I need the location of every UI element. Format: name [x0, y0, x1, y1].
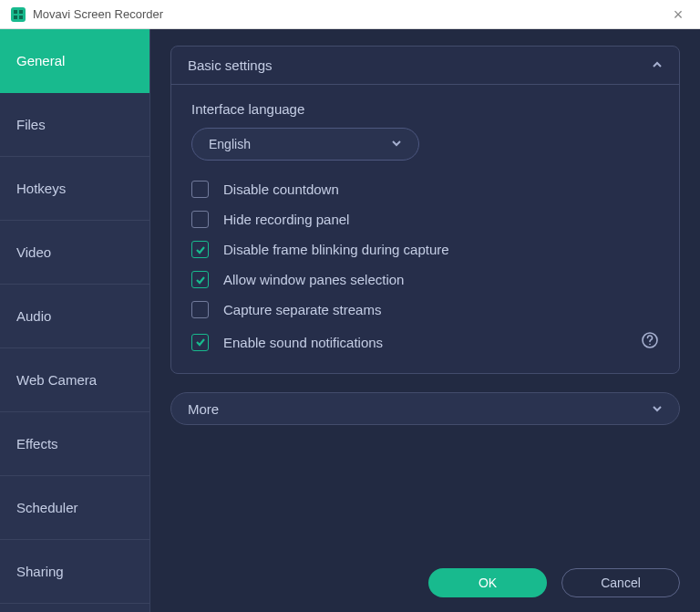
sidebar-item-label: Web Camera — [16, 372, 97, 388]
sidebar-item-label: Audio — [16, 308, 51, 324]
main-panel: Basic settings Interface language Englis… — [150, 29, 700, 612]
option-row[interactable]: Enable sound notifications — [191, 331, 659, 353]
svg-rect-2 — [14, 16, 17, 19]
svg-rect-3 — [19, 16, 23, 19]
chevron-down-icon — [652, 401, 663, 417]
close-icon[interactable]: × — [667, 6, 689, 23]
checkbox-label: Capture separate streams — [223, 302, 659, 317]
checkbox[interactable] — [191, 181, 209, 198]
option-row[interactable]: Disable frame blinking during capture — [191, 241, 659, 258]
cancel-button[interactable]: Cancel — [561, 568, 680, 597]
panel-body: Interface language English Disable count… — [171, 85, 679, 373]
checkbox[interactable] — [191, 241, 209, 258]
language-select[interactable]: English — [191, 128, 419, 161]
checkbox[interactable] — [191, 301, 209, 318]
sidebar-item-sharing[interactable]: Sharing — [0, 540, 149, 604]
sidebar-item-label: General — [16, 53, 65, 68]
sidebar-item-label: Effects — [16, 436, 58, 451]
sidebar-item-files[interactable]: Files — [0, 93, 149, 157]
sidebar-item-video[interactable]: Video — [0, 221, 149, 285]
sidebar-item-label: Hotkeys — [16, 181, 66, 196]
sidebar-item-label: Video — [16, 244, 51, 260]
sidebar-item-general[interactable]: General — [0, 29, 149, 93]
app-body: GeneralFilesHotkeysVideoAudioWeb CameraE… — [0, 29, 700, 612]
more-label: More — [188, 401, 219, 417]
basic-settings-panel: Basic settings Interface language Englis… — [170, 46, 680, 374]
language-value: English — [209, 137, 251, 151]
sidebar-item-label: Files — [16, 117, 46, 132]
sidebar-item-effects[interactable]: Effects — [0, 412, 149, 476]
sidebar-item-audio[interactable]: Audio — [0, 285, 149, 348]
more-section[interactable]: More — [170, 392, 680, 425]
checkbox-label: Allow window panes selection — [223, 272, 659, 287]
help-icon[interactable] — [641, 331, 659, 353]
option-row[interactable]: Hide recording panel — [191, 211, 659, 228]
sidebar: GeneralFilesHotkeysVideoAudioWeb CameraE… — [0, 29, 150, 612]
option-row[interactable]: Allow window panes selection — [191, 271, 659, 288]
ok-button[interactable]: OK — [428, 568, 547, 597]
checkbox[interactable] — [191, 334, 209, 351]
basic-settings-header[interactable]: Basic settings — [171, 47, 679, 85]
footer: OK Cancel — [170, 554, 680, 597]
option-row[interactable]: Capture separate streams — [191, 301, 659, 318]
app-icon — [11, 7, 26, 22]
checkbox-label: Hide recording panel — [223, 212, 659, 227]
option-row[interactable]: Disable countdown — [191, 181, 659, 198]
sidebar-item-web-camera[interactable]: Web Camera — [0, 348, 149, 412]
sidebar-item-scheduler[interactable]: Scheduler — [0, 476, 149, 540]
checkbox-label: Enable sound notifications — [223, 335, 641, 350]
sidebar-item-label: Scheduler — [16, 500, 78, 515]
sidebar-item-hotkeys[interactable]: Hotkeys — [0, 157, 149, 221]
chevron-up-icon — [652, 57, 663, 73]
titlebar: Movavi Screen Recorder × — [0, 0, 700, 29]
chevron-down-icon — [391, 137, 402, 151]
checkbox[interactable] — [191, 211, 209, 228]
checkbox-label: Disable frame blinking during capture — [223, 242, 659, 257]
sidebar-item-label: Sharing — [16, 564, 64, 579]
checkbox[interactable] — [191, 271, 209, 288]
svg-rect-0 — [14, 10, 17, 14]
panel-title: Basic settings — [188, 57, 273, 73]
svg-point-5 — [649, 344, 651, 346]
window-title: Movavi Screen Recorder — [33, 7, 667, 21]
checkbox-label: Disable countdown — [223, 182, 659, 197]
language-label: Interface language — [191, 101, 659, 117]
svg-rect-1 — [19, 10, 23, 14]
